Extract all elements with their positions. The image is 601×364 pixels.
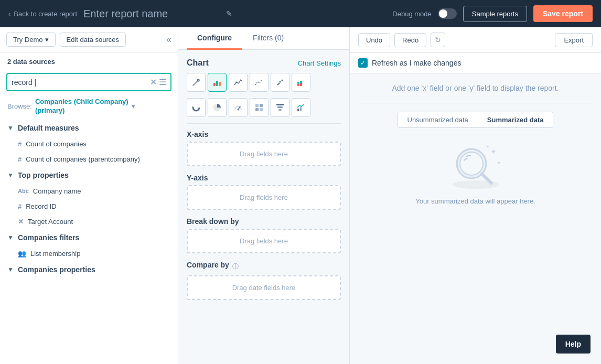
breakdown-drop-zone[interactable]: Drag fields here bbox=[187, 229, 341, 253]
chevron-down-icon: ▼ bbox=[7, 234, 14, 241]
chart-type-line-button[interactable] bbox=[229, 73, 248, 92]
chart-type-table-button[interactable] bbox=[250, 98, 269, 117]
breakdown-section: Break down by Drag fields here bbox=[187, 217, 341, 253]
svg-rect-21 bbox=[277, 106, 283, 108]
chart-settings-link[interactable]: Chart Settings bbox=[298, 59, 341, 67]
chart-type-funnel-button[interactable] bbox=[271, 98, 289, 117]
chevron-down-icon: ▼ bbox=[7, 172, 14, 179]
browse-dropdown-icon[interactable]: ▾ bbox=[132, 102, 135, 110]
list-item[interactable]: # Count of companies (parentcompany) bbox=[0, 152, 178, 167]
compareby-drop-zone[interactable]: Drag date fields here bbox=[187, 275, 341, 300]
svg-rect-3 bbox=[219, 82, 221, 86]
chart-type-grid bbox=[187, 73, 341, 92]
filter-icon[interactable]: ☰ bbox=[159, 77, 166, 87]
yaxis-placeholder: Drag fields here bbox=[240, 194, 288, 201]
chart-type-auto-button[interactable] bbox=[187, 73, 206, 92]
export-button[interactable]: Export bbox=[555, 33, 593, 47]
chart-type-grid-row2 bbox=[187, 98, 341, 117]
sidebar-sections: ▼ Default measures # Count of companies … bbox=[0, 120, 178, 364]
svg-text:✦: ✦ bbox=[497, 160, 501, 166]
svg-rect-20 bbox=[276, 104, 284, 105]
undo-button[interactable]: Undo bbox=[358, 33, 390, 47]
list-item[interactable]: # Count of companies bbox=[0, 136, 178, 152]
add-field-message: Add one 'x' field or one 'y' field to di… bbox=[392, 84, 559, 92]
report-name-input[interactable] bbox=[83, 8, 220, 20]
svg-rect-10 bbox=[300, 83, 302, 86]
help-button[interactable]: Help bbox=[556, 335, 591, 354]
search-input[interactable] bbox=[12, 78, 150, 87]
svg-point-27 bbox=[460, 152, 483, 175]
chart-type-pie-button[interactable] bbox=[208, 98, 227, 117]
compareby-label: Compare by bbox=[187, 261, 229, 269]
back-arrow-icon: ‹ bbox=[8, 10, 10, 18]
try-demo-chevron-icon: ▾ bbox=[45, 36, 49, 44]
svg-rect-9 bbox=[297, 82, 299, 84]
collapse-sidebar-button[interactable]: « bbox=[166, 34, 171, 45]
item-label: List membership bbox=[30, 250, 80, 258]
hash-icon: # bbox=[18, 202, 22, 210]
refresh-checkbox[interactable]: ✓ bbox=[358, 58, 368, 68]
compareby-placeholder: Drag date fields here bbox=[232, 284, 296, 292]
item-label: Count of companies (parentcompany) bbox=[26, 155, 140, 163]
chart-type-scatter-button[interactable] bbox=[271, 73, 289, 92]
save-report-button[interactable]: Save report bbox=[533, 5, 593, 22]
item-label: Company name bbox=[33, 187, 81, 195]
data-sources-count: 2 data sources bbox=[0, 52, 178, 71]
tab-filters[interactable]: Filters (0) bbox=[242, 27, 294, 50]
edit-sources-button[interactable]: Edit data sources bbox=[60, 33, 126, 47]
redo-button[interactable]: Redo bbox=[394, 33, 426, 47]
svg-rect-16 bbox=[255, 104, 259, 107]
text-icon: Abc bbox=[18, 188, 29, 194]
chart-type-donut-button[interactable] bbox=[187, 98, 206, 117]
compareby-section: Compare by ⓘ Drag date fields here bbox=[187, 261, 341, 300]
list-item[interactable]: Abc Company name bbox=[0, 184, 178, 199]
sidebar-toolbar: Try Demo ▾ Edit data sources « bbox=[0, 27, 178, 52]
unsummarized-data-button[interactable]: Unsummarized data bbox=[398, 112, 478, 127]
tab-configure[interactable]: Configure bbox=[187, 27, 242, 50]
search-box: ✕ ☰ bbox=[6, 73, 171, 91]
right-panel: Undo Redo ↻ Export ✓ Refresh as I make c… bbox=[349, 27, 601, 364]
chart-type-gauge-button[interactable] bbox=[229, 98, 248, 117]
xaxis-label: X-axis bbox=[187, 130, 341, 138]
compareby-row: Compare by ⓘ bbox=[187, 261, 341, 272]
svg-point-6 bbox=[282, 80, 283, 81]
back-to-create-report-link[interactable]: ‹ Back to create report bbox=[8, 10, 77, 18]
search-row: ✕ ☰ bbox=[0, 71, 178, 95]
svg-rect-1 bbox=[213, 83, 216, 86]
tabs-bar: Configure Filters (0) bbox=[178, 27, 349, 50]
section-header-default-measures[interactable]: ▼ Default measures bbox=[0, 120, 178, 136]
yaxis-drop-zone[interactable]: Drag fields here bbox=[187, 185, 341, 210]
svg-rect-22 bbox=[278, 109, 282, 111]
refresh-icon[interactable]: ↻ bbox=[431, 33, 445, 47]
clear-search-icon[interactable]: ✕ bbox=[150, 77, 157, 87]
chart-type-combo-button[interactable] bbox=[292, 98, 310, 117]
section-header-top-properties[interactable]: ▼ Top properties bbox=[0, 167, 178, 184]
svg-rect-2 bbox=[216, 81, 218, 86]
top-bar-right: Debug mode Sample reports Save report bbox=[392, 5, 593, 22]
item-label: Record ID bbox=[26, 202, 57, 210]
section-header-companies-filters[interactable]: ▼ Companies filters bbox=[0, 229, 178, 246]
try-demo-button[interactable]: Try Demo ▾ bbox=[6, 33, 56, 47]
list-item[interactable]: ✕ Target Account bbox=[0, 214, 178, 229]
list-item[interactable]: 👥 List membership bbox=[0, 246, 178, 261]
chart-type-area-button[interactable] bbox=[250, 73, 269, 92]
svg-rect-11 bbox=[300, 81, 302, 83]
debug-mode-toggle[interactable] bbox=[438, 8, 457, 19]
browse-source-link[interactable]: Companies (Child Company)(primary) bbox=[35, 98, 128, 115]
pencil-icon[interactable]: ✎ bbox=[226, 9, 232, 18]
chevron-down-icon: ▼ bbox=[7, 124, 14, 132]
sample-reports-button[interactable]: Sample reports bbox=[463, 6, 527, 22]
chart-type-stacked-button[interactable] bbox=[292, 73, 310, 92]
svg-rect-17 bbox=[260, 104, 263, 107]
xaxis-placeholder: Drag fields here bbox=[240, 150, 288, 158]
chart-placeholder-area: Add one 'x' field or one 'y' field to di… bbox=[350, 73, 601, 364]
xaxis-drop-zone[interactable]: Drag fields here bbox=[187, 142, 341, 166]
chart-type-bar-button[interactable] bbox=[208, 73, 227, 92]
target-icon: ✕ bbox=[18, 218, 24, 226]
svg-point-13 bbox=[195, 106, 198, 109]
list-item[interactable]: # Record ID bbox=[0, 199, 178, 214]
section-header-companies-properties[interactable]: ▼ Companies properties bbox=[0, 261, 178, 278]
summarized-data-button[interactable]: Summarized data bbox=[478, 112, 553, 127]
xaxis-section: X-axis Drag fields here bbox=[187, 130, 341, 166]
right-toolbar: Undo Redo ↻ Export bbox=[350, 27, 601, 53]
